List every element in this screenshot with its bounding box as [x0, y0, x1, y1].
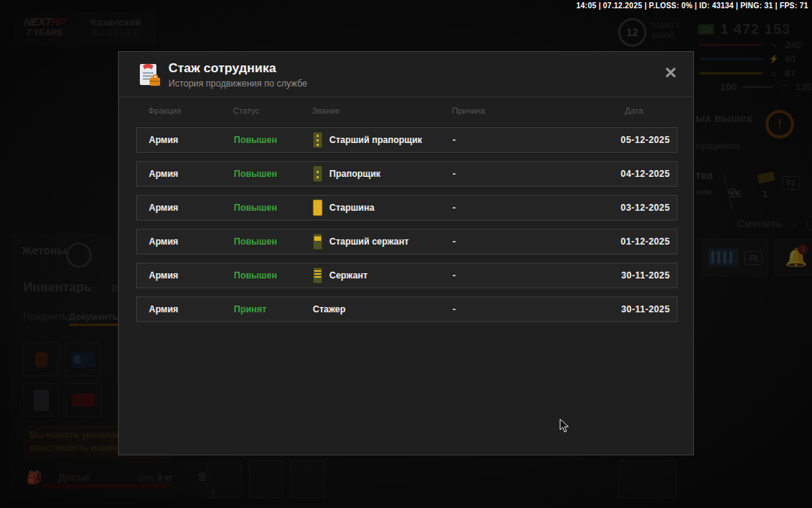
mouse-cursor [559, 418, 570, 437]
rank-label: Сержант [329, 263, 368, 287]
rank-cell: Сержант [313, 263, 368, 287]
date-cell: 04-12-2025 [621, 162, 670, 186]
table-row: Армия Повышен Прапорщик - 04-12-2025 [136, 161, 677, 187]
rank-cell: Старший сержант [313, 230, 409, 254]
status-cell: Принят [234, 297, 266, 321]
status-cell: Повышен [234, 230, 277, 254]
status-cell: Повышен [234, 263, 277, 287]
status-cell: Повышен [234, 128, 277, 152]
faction-cell: Армия [149, 162, 178, 186]
reason-cell: - [453, 162, 456, 186]
status-bar: 14:05 | 07.12.2025 | P.LOSS: 0% | ID: 43… [577, 2, 808, 10]
rank-cell: Старшина [313, 196, 374, 220]
table-row: Армия Повышен Старший сержант - 01-12-20… [136, 229, 677, 254]
dossier-document-icon [136, 61, 162, 91]
date-cell: 03-12-2025 [621, 196, 670, 220]
faction-cell: Армия [149, 297, 178, 321]
rank-epaulette-icon [313, 267, 323, 284]
status-cell: Повышен [234, 162, 277, 186]
table-row: Армия Повышен Старший прапорщик - 05-12-… [136, 127, 677, 153]
modal-header: Стаж сотрудника История продвижения по с… [119, 52, 693, 97]
modal-title: Стаж сотрудника [168, 61, 276, 76]
rank-epaulette-icon [313, 166, 323, 182]
table-row: Армия Принят Стажер - 30-11-2025 [136, 297, 677, 322]
rank-cell: Старший прапорщик [313, 128, 422, 152]
column-reason: Причина [452, 106, 485, 115]
column-rank: Звание [312, 106, 340, 115]
status-cell: Повышен [234, 196, 277, 220]
modal-subtitle: История продвижения по службе [168, 78, 308, 89]
rank-label: Старший сержант [329, 230, 409, 254]
date-cell: 01-12-2025 [621, 230, 670, 254]
date-cell: 05-12-2025 [621, 128, 670, 152]
table-row: Армия Повышен Старшина - 03-12-2025 [136, 195, 677, 221]
reason-cell: - [453, 263, 456, 287]
reason-cell: - [453, 128, 456, 152]
rank-cell: Прапорщик [313, 162, 380, 186]
history-table-body: Армия Повышен Старший прапорщик - 05-12-… [136, 127, 677, 330]
rank-epaulette-icon [313, 199, 323, 216]
reason-cell: - [453, 196, 456, 220]
rank-epaulette-icon [313, 233, 323, 250]
rank-label: Старший прапорщик [329, 128, 422, 152]
rank-epaulette-icon [313, 132, 323, 148]
rank-label: Старшина [329, 196, 374, 220]
rank-label: Прапорщик [329, 162, 380, 186]
close-icon[interactable]: ✕ [660, 62, 681, 84]
rank-label: Стажер [313, 297, 346, 321]
faction-cell: Армия [149, 263, 178, 287]
rank-cell: Стажер [313, 297, 346, 321]
column-date: Дата [625, 106, 643, 115]
date-cell: 30-11-2025 [621, 263, 670, 287]
faction-cell: Армия [149, 196, 178, 220]
column-status: Статус [233, 106, 259, 115]
column-faction: Фракция [148, 106, 181, 115]
service-record-modal: Стаж сотрудника История продвижения по с… [118, 51, 694, 455]
reason-cell: - [453, 297, 456, 321]
table-header: Фракция Статус Звание Причина Дата [136, 106, 677, 117]
date-cell: 30-11-2025 [621, 297, 670, 321]
faction-cell: Армия [149, 128, 178, 152]
reason-cell: - [453, 230, 456, 254]
table-row: Армия Повышен Сержант - 30-11-2025 [136, 263, 677, 288]
faction-cell: Армия [149, 230, 178, 254]
